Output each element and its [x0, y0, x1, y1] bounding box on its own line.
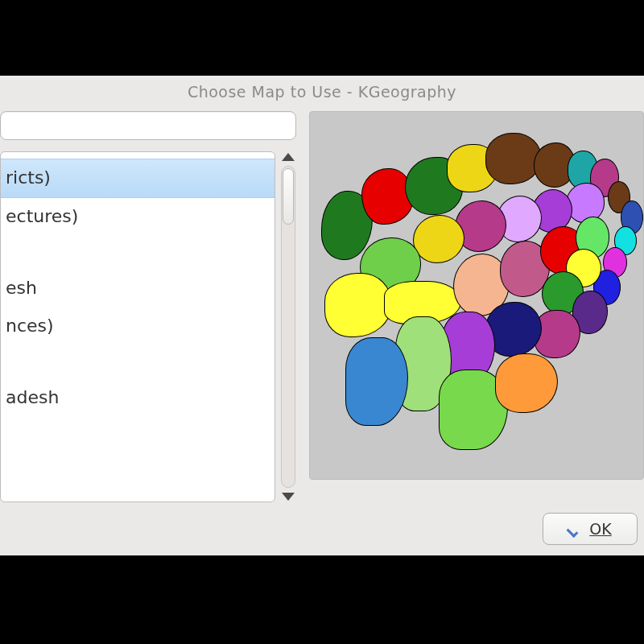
search-input[interactable] — [0, 111, 296, 140]
dialog-content: ricts)ectures)eshnces)adesh — [0, 108, 644, 502]
map-preview — [309, 111, 644, 480]
scroll-thumb[interactable] — [283, 168, 294, 225]
dialog-title: Choose Map to Use - KGeography — [0, 76, 644, 108]
button-row: OK — [0, 502, 644, 555]
map-region — [495, 353, 558, 413]
list-item[interactable]: ectures) — [1, 198, 275, 236]
list-item[interactable]: esh — [1, 270, 275, 308]
map-region — [361, 168, 413, 225]
map-region — [324, 273, 392, 337]
scrollbar[interactable] — [279, 151, 298, 502]
list-item[interactable]: ricts) — [1, 159, 275, 198]
map-list-wrap: ricts)ectures)eshnces)adesh — [0, 151, 298, 502]
ok-button[interactable]: OK — [543, 513, 638, 545]
check-icon — [568, 523, 583, 535]
map-region — [485, 133, 542, 184]
list-item[interactable]: adesh — [1, 379, 275, 417]
choose-map-dialog: Choose Map to Use - KGeography ricts)ect… — [0, 76, 644, 555]
list-item[interactable]: nces) — [1, 308, 275, 345]
scroll-track[interactable] — [281, 166, 295, 488]
map-region — [345, 337, 408, 426]
left-column: ricts)ectures)eshnces)adesh — [0, 108, 298, 502]
map-listbox[interactable]: ricts)ectures)eshnces)adesh — [0, 151, 275, 502]
scroll-up-icon[interactable] — [282, 153, 295, 161]
ok-button-label: OK — [589, 520, 611, 538]
scroll-down-icon[interactable] — [282, 493, 295, 501]
map-region — [413, 215, 464, 263]
